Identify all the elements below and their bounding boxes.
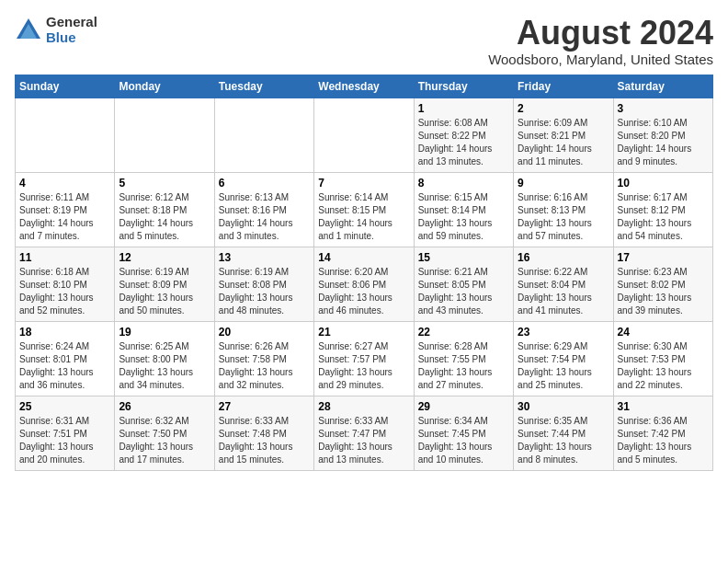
day-info: Sunrise: 6:25 AM Sunset: 8:00 PM Dayligh… [119, 340, 210, 392]
day-info: Sunrise: 6:09 AM Sunset: 8:21 PM Dayligh… [518, 117, 609, 168]
day-number: 15 [418, 251, 509, 264]
calendar-cell: 16Sunrise: 6:22 AM Sunset: 8:04 PM Dayli… [514, 247, 613, 321]
calendar-week-4: 18Sunrise: 6:24 AM Sunset: 8:01 PM Dayli… [16, 321, 713, 396]
day-info: Sunrise: 6:31 AM Sunset: 7:51 PM Dayligh… [19, 415, 110, 466]
calendar-body: 1Sunrise: 6:08 AM Sunset: 8:22 PM Daylig… [16, 98, 713, 470]
day-info: Sunrise: 6:36 AM Sunset: 7:42 PM Dayligh… [618, 415, 709, 466]
calendar-cell: 30Sunrise: 6:35 AM Sunset: 7:44 PM Dayli… [514, 396, 613, 470]
logo-icon [15, 17, 42, 44]
calendar-cell: 14Sunrise: 6:20 AM Sunset: 8:06 PM Dayli… [314, 247, 414, 321]
calendar-cell: 1Sunrise: 6:08 AM Sunset: 8:22 PM Daylig… [414, 98, 513, 172]
col-thursday: Thursday [414, 75, 513, 98]
day-number: 3 [618, 102, 709, 115]
calendar-cell: 25Sunrise: 6:31 AM Sunset: 7:51 PM Dayli… [16, 396, 115, 470]
calendar-cell: 15Sunrise: 6:21 AM Sunset: 8:05 PM Dayli… [414, 247, 513, 321]
col-saturday: Saturday [613, 75, 712, 98]
calendar-cell: 10Sunrise: 6:17 AM Sunset: 8:12 PM Dayli… [613, 172, 712, 247]
calendar-cell: 9Sunrise: 6:16 AM Sunset: 8:13 PM Daylig… [514, 172, 613, 247]
day-info: Sunrise: 6:15 AM Sunset: 8:14 PM Dayligh… [418, 191, 509, 243]
calendar-cell [314, 98, 414, 172]
day-number: 19 [119, 326, 210, 339]
calendar-cell: 21Sunrise: 6:27 AM Sunset: 7:57 PM Dayli… [314, 321, 414, 396]
day-number: 21 [318, 326, 409, 339]
col-friday: Friday [514, 75, 613, 98]
calendar-cell: 17Sunrise: 6:23 AM Sunset: 8:02 PM Dayli… [613, 247, 712, 321]
day-info: Sunrise: 6:34 AM Sunset: 7:45 PM Dayligh… [418, 415, 509, 466]
day-info: Sunrise: 6:33 AM Sunset: 7:48 PM Dayligh… [219, 415, 310, 466]
day-info: Sunrise: 6:26 AM Sunset: 7:58 PM Dayligh… [219, 340, 310, 392]
day-info: Sunrise: 6:16 AM Sunset: 8:13 PM Dayligh… [518, 191, 609, 243]
day-number: 17 [618, 251, 709, 264]
calendar-cell: 12Sunrise: 6:19 AM Sunset: 8:09 PM Dayli… [115, 247, 214, 321]
calendar-cell: 6Sunrise: 6:13 AM Sunset: 8:16 PM Daylig… [214, 172, 313, 247]
calendar-cell: 4Sunrise: 6:11 AM Sunset: 8:19 PM Daylig… [16, 172, 115, 247]
day-info: Sunrise: 6:33 AM Sunset: 7:47 PM Dayligh… [318, 415, 409, 466]
day-info: Sunrise: 6:27 AM Sunset: 7:57 PM Dayligh… [318, 340, 409, 392]
calendar-cell: 2Sunrise: 6:09 AM Sunset: 8:21 PM Daylig… [514, 98, 613, 172]
day-info: Sunrise: 6:29 AM Sunset: 7:54 PM Dayligh… [518, 340, 609, 392]
calendar-cell: 24Sunrise: 6:30 AM Sunset: 7:53 PM Dayli… [613, 321, 712, 396]
day-number: 2 [518, 102, 609, 115]
day-number: 7 [318, 177, 409, 190]
col-wednesday: Wednesday [314, 75, 414, 98]
day-info: Sunrise: 6:24 AM Sunset: 8:01 PM Dayligh… [19, 340, 110, 392]
day-info: Sunrise: 6:13 AM Sunset: 8:16 PM Dayligh… [219, 191, 310, 243]
day-number: 31 [618, 400, 709, 413]
day-number: 23 [518, 326, 609, 339]
day-info: Sunrise: 6:32 AM Sunset: 7:50 PM Dayligh… [119, 415, 210, 466]
calendar-cell: 31Sunrise: 6:36 AM Sunset: 7:42 PM Dayli… [613, 396, 712, 470]
col-sunday: Sunday [16, 75, 115, 98]
day-number: 4 [19, 177, 110, 190]
day-number: 20 [219, 326, 310, 339]
logo: General Blue [15, 15, 97, 45]
day-number: 27 [219, 400, 310, 413]
day-info: Sunrise: 6:22 AM Sunset: 8:04 PM Dayligh… [518, 266, 609, 317]
col-monday: Monday [115, 75, 214, 98]
calendar-cell: 26Sunrise: 6:32 AM Sunset: 7:50 PM Dayli… [115, 396, 214, 470]
calendar-cell: 20Sunrise: 6:26 AM Sunset: 7:58 PM Dayli… [214, 321, 313, 396]
calendar-cell: 3Sunrise: 6:10 AM Sunset: 8:20 PM Daylig… [613, 98, 712, 172]
day-number: 18 [19, 326, 110, 339]
day-number: 16 [518, 251, 609, 264]
day-number: 13 [219, 251, 310, 264]
day-number: 11 [19, 251, 110, 264]
calendar-cell [16, 98, 115, 172]
col-tuesday: Tuesday [214, 75, 313, 98]
day-number: 1 [418, 102, 509, 115]
logo-text: General Blue [46, 15, 97, 45]
day-info: Sunrise: 6:23 AM Sunset: 8:02 PM Dayligh… [618, 266, 709, 317]
calendar-cell: 27Sunrise: 6:33 AM Sunset: 7:48 PM Dayli… [214, 396, 313, 470]
calendar-cell: 5Sunrise: 6:12 AM Sunset: 8:18 PM Daylig… [115, 172, 214, 247]
day-info: Sunrise: 6:21 AM Sunset: 8:05 PM Dayligh… [418, 266, 509, 317]
day-number: 22 [418, 326, 509, 339]
day-info: Sunrise: 6:28 AM Sunset: 7:55 PM Dayligh… [418, 340, 509, 392]
day-number: 12 [119, 251, 210, 264]
calendar-week-5: 25Sunrise: 6:31 AM Sunset: 7:51 PM Dayli… [16, 396, 713, 470]
calendar-header: Sunday Monday Tuesday Wednesday Thursday… [16, 75, 713, 98]
page-header: General Blue August 2024 Woodsboro, Mary… [15, 15, 713, 67]
title-block: August 2024 Woodsboro, Maryland, United … [488, 15, 713, 67]
calendar-cell: 13Sunrise: 6:19 AM Sunset: 8:08 PM Dayli… [214, 247, 313, 321]
day-number: 6 [219, 177, 310, 190]
day-number: 8 [418, 177, 509, 190]
day-info: Sunrise: 6:10 AM Sunset: 8:20 PM Dayligh… [618, 117, 709, 168]
day-number: 5 [119, 177, 210, 190]
day-info: Sunrise: 6:17 AM Sunset: 8:12 PM Dayligh… [618, 191, 709, 243]
day-number: 30 [518, 400, 609, 413]
day-info: Sunrise: 6:35 AM Sunset: 7:44 PM Dayligh… [518, 415, 609, 466]
calendar-cell: 29Sunrise: 6:34 AM Sunset: 7:45 PM Dayli… [414, 396, 513, 470]
day-number: 28 [318, 400, 409, 413]
day-info: Sunrise: 6:19 AM Sunset: 8:08 PM Dayligh… [219, 266, 310, 317]
calendar-cell: 23Sunrise: 6:29 AM Sunset: 7:54 PM Dayli… [514, 321, 613, 396]
day-number: 14 [318, 251, 409, 264]
day-info: Sunrise: 6:12 AM Sunset: 8:18 PM Dayligh… [119, 191, 210, 243]
calendar-cell [115, 98, 214, 172]
day-info: Sunrise: 6:11 AM Sunset: 8:19 PM Dayligh… [19, 191, 110, 243]
logo-blue-text: Blue [46, 30, 97, 46]
calendar-cell [214, 98, 313, 172]
day-number: 25 [19, 400, 110, 413]
calendar-cell: 11Sunrise: 6:18 AM Sunset: 8:10 PM Dayli… [16, 247, 115, 321]
calendar-cell: 18Sunrise: 6:24 AM Sunset: 8:01 PM Dayli… [16, 321, 115, 396]
day-info: Sunrise: 6:19 AM Sunset: 8:09 PM Dayligh… [119, 266, 210, 317]
calendar-subtitle: Woodsboro, Maryland, United States [488, 52, 713, 67]
